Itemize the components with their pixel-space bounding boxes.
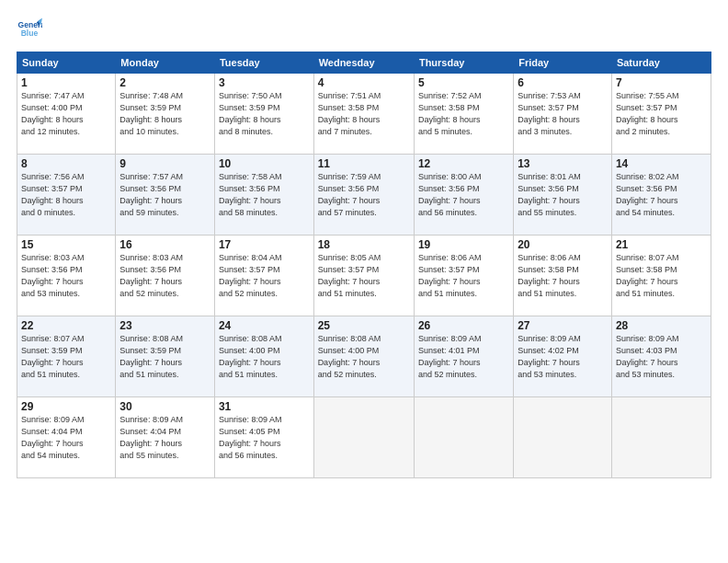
day-number: 18 (318, 238, 410, 251)
calendar-cell: 12Sunrise: 8:00 AM Sunset: 3:56 PM Dayli… (414, 155, 513, 236)
day-number: 21 (616, 238, 707, 251)
weekday-header: Sunday (17, 52, 116, 74)
day-number: 28 (616, 319, 707, 332)
day-number: 9 (119, 157, 210, 170)
page-header: General Blue (17, 17, 711, 42)
calendar-cell: 1Sunrise: 7:47 AM Sunset: 4:00 PM Daylig… (17, 74, 116, 155)
day-detail: Sunrise: 8:01 AM Sunset: 3:56 PM Dayligh… (518, 171, 608, 219)
weekday-header: Tuesday (214, 52, 313, 74)
day-number: 10 (219, 157, 310, 170)
weekday-header: Saturday (611, 52, 711, 74)
day-number: 5 (418, 76, 509, 89)
calendar-cell: 24Sunrise: 8:08 AM Sunset: 4:00 PM Dayli… (214, 316, 313, 397)
day-number: 14 (616, 157, 707, 170)
calendar-cell: 5Sunrise: 7:52 AM Sunset: 3:58 PM Daylig… (414, 74, 513, 155)
day-detail: Sunrise: 7:52 AM Sunset: 3:58 PM Dayligh… (418, 90, 509, 138)
day-number: 8 (21, 157, 111, 170)
day-number: 23 (119, 319, 210, 332)
day-detail: Sunrise: 8:09 AM Sunset: 4:03 PM Dayligh… (616, 333, 707, 381)
day-detail: Sunrise: 8:08 AM Sunset: 3:59 PM Dayligh… (119, 333, 210, 381)
calendar-cell: 21Sunrise: 8:07 AM Sunset: 3:58 PM Dayli… (611, 236, 711, 316)
day-number: 15 (21, 238, 111, 251)
day-detail: Sunrise: 7:57 AM Sunset: 3:56 PM Dayligh… (119, 171, 210, 219)
calendar-header-row: SundayMondayTuesdayWednesdayThursdayFrid… (17, 52, 711, 74)
day-detail: Sunrise: 8:09 AM Sunset: 4:02 PM Dayligh… (518, 333, 608, 381)
day-detail: Sunrise: 8:05 AM Sunset: 3:57 PM Dayligh… (318, 252, 410, 300)
calendar-cell: 6Sunrise: 7:53 AM Sunset: 3:57 PM Daylig… (514, 74, 612, 155)
day-number: 17 (219, 238, 310, 251)
calendar-cell: 28Sunrise: 8:09 AM Sunset: 4:03 PM Dayli… (611, 316, 711, 397)
day-number: 4 (318, 76, 410, 89)
day-number: 16 (119, 238, 210, 251)
day-number: 25 (318, 319, 410, 332)
day-number: 11 (318, 157, 410, 170)
day-detail: Sunrise: 8:06 AM Sunset: 3:57 PM Dayligh… (418, 252, 509, 300)
calendar-cell: 20Sunrise: 8:06 AM Sunset: 3:58 PM Dayli… (514, 236, 612, 316)
day-number: 27 (518, 319, 608, 332)
calendar-cell: 2Sunrise: 7:48 AM Sunset: 3:59 PM Daylig… (116, 74, 215, 155)
calendar-cell (313, 397, 414, 478)
logo: General Blue (17, 17, 46, 42)
day-number: 19 (418, 238, 509, 251)
weekday-header: Wednesday (313, 52, 414, 74)
day-detail: Sunrise: 8:03 AM Sunset: 3:56 PM Dayligh… (21, 252, 111, 300)
day-number: 29 (21, 400, 111, 413)
day-detail: Sunrise: 8:00 AM Sunset: 3:56 PM Dayligh… (418, 171, 509, 219)
calendar-cell (611, 397, 711, 478)
calendar-cell: 8Sunrise: 7:56 AM Sunset: 3:57 PM Daylig… (17, 155, 116, 236)
day-number: 2 (119, 76, 210, 89)
calendar-cell: 4Sunrise: 7:51 AM Sunset: 3:58 PM Daylig… (313, 74, 414, 155)
calendar-week-row: 1Sunrise: 7:47 AM Sunset: 4:00 PM Daylig… (17, 74, 711, 155)
day-detail: Sunrise: 7:58 AM Sunset: 3:56 PM Dayligh… (219, 171, 310, 219)
day-number: 7 (616, 76, 707, 89)
calendar-cell: 19Sunrise: 8:06 AM Sunset: 3:57 PM Dayli… (414, 236, 513, 316)
day-detail: Sunrise: 8:04 AM Sunset: 3:57 PM Dayligh… (219, 252, 310, 300)
day-detail: Sunrise: 7:56 AM Sunset: 3:57 PM Dayligh… (21, 171, 111, 219)
day-number: 13 (518, 157, 608, 170)
calendar-cell: 30Sunrise: 8:09 AM Sunset: 4:04 PM Dayli… (116, 397, 215, 478)
calendar-cell: 3Sunrise: 7:50 AM Sunset: 3:59 PM Daylig… (214, 74, 313, 155)
day-number: 6 (518, 76, 608, 89)
weekday-header: Monday (116, 52, 215, 74)
calendar-cell: 16Sunrise: 8:03 AM Sunset: 3:56 PM Dayli… (116, 236, 215, 316)
calendar-cell: 15Sunrise: 8:03 AM Sunset: 3:56 PM Dayli… (17, 236, 116, 316)
day-detail: Sunrise: 8:03 AM Sunset: 3:56 PM Dayligh… (119, 252, 210, 300)
svg-text:Blue: Blue (21, 29, 39, 38)
day-number: 3 (219, 76, 310, 89)
day-detail: Sunrise: 7:51 AM Sunset: 3:58 PM Dayligh… (318, 90, 410, 138)
calendar-cell (514, 397, 612, 478)
day-number: 31 (219, 400, 310, 413)
day-detail: Sunrise: 8:07 AM Sunset: 3:59 PM Dayligh… (21, 333, 111, 381)
day-detail: Sunrise: 7:50 AM Sunset: 3:59 PM Dayligh… (219, 90, 310, 138)
calendar-cell: 31Sunrise: 8:09 AM Sunset: 4:05 PM Dayli… (214, 397, 313, 478)
day-detail: Sunrise: 8:08 AM Sunset: 4:00 PM Dayligh… (318, 333, 410, 381)
weekday-header: Friday (514, 52, 612, 74)
calendar-week-row: 15Sunrise: 8:03 AM Sunset: 3:56 PM Dayli… (17, 236, 711, 316)
day-number: 20 (518, 238, 608, 251)
calendar-cell: 11Sunrise: 7:59 AM Sunset: 3:56 PM Dayli… (313, 155, 414, 236)
calendar-cell: 29Sunrise: 8:09 AM Sunset: 4:04 PM Dayli… (17, 397, 116, 478)
day-number: 30 (119, 400, 210, 413)
calendar-cell: 9Sunrise: 7:57 AM Sunset: 3:56 PM Daylig… (116, 155, 215, 236)
day-detail: Sunrise: 8:09 AM Sunset: 4:04 PM Dayligh… (119, 414, 210, 462)
calendar-cell: 25Sunrise: 8:08 AM Sunset: 4:00 PM Dayli… (313, 316, 414, 397)
calendar-week-row: 29Sunrise: 8:09 AM Sunset: 4:04 PM Dayli… (17, 397, 711, 478)
calendar-cell: 13Sunrise: 8:01 AM Sunset: 3:56 PM Dayli… (514, 155, 612, 236)
calendar-cell: 22Sunrise: 8:07 AM Sunset: 3:59 PM Dayli… (17, 316, 116, 397)
calendar-cell: 26Sunrise: 8:09 AM Sunset: 4:01 PM Dayli… (414, 316, 513, 397)
day-number: 26 (418, 319, 509, 332)
calendar-cell: 10Sunrise: 7:58 AM Sunset: 3:56 PM Dayli… (214, 155, 313, 236)
day-number: 24 (219, 319, 310, 332)
day-detail: Sunrise: 8:09 AM Sunset: 4:04 PM Dayligh… (21, 414, 111, 462)
calendar-cell (414, 397, 513, 478)
day-detail: Sunrise: 7:55 AM Sunset: 3:57 PM Dayligh… (616, 90, 707, 138)
calendar-week-row: 8Sunrise: 7:56 AM Sunset: 3:57 PM Daylig… (17, 155, 711, 236)
calendar-table: SundayMondayTuesdayWednesdayThursdayFrid… (17, 52, 711, 478)
day-detail: Sunrise: 8:02 AM Sunset: 3:56 PM Dayligh… (616, 171, 707, 219)
calendar-cell: 14Sunrise: 8:02 AM Sunset: 3:56 PM Dayli… (611, 155, 711, 236)
day-detail: Sunrise: 8:06 AM Sunset: 3:58 PM Dayligh… (518, 252, 608, 300)
calendar-cell: 27Sunrise: 8:09 AM Sunset: 4:02 PM Dayli… (514, 316, 612, 397)
calendar-cell: 17Sunrise: 8:04 AM Sunset: 3:57 PM Dayli… (214, 236, 313, 316)
day-detail: Sunrise: 7:53 AM Sunset: 3:57 PM Dayligh… (518, 90, 608, 138)
calendar-cell: 23Sunrise: 8:08 AM Sunset: 3:59 PM Dayli… (116, 316, 215, 397)
